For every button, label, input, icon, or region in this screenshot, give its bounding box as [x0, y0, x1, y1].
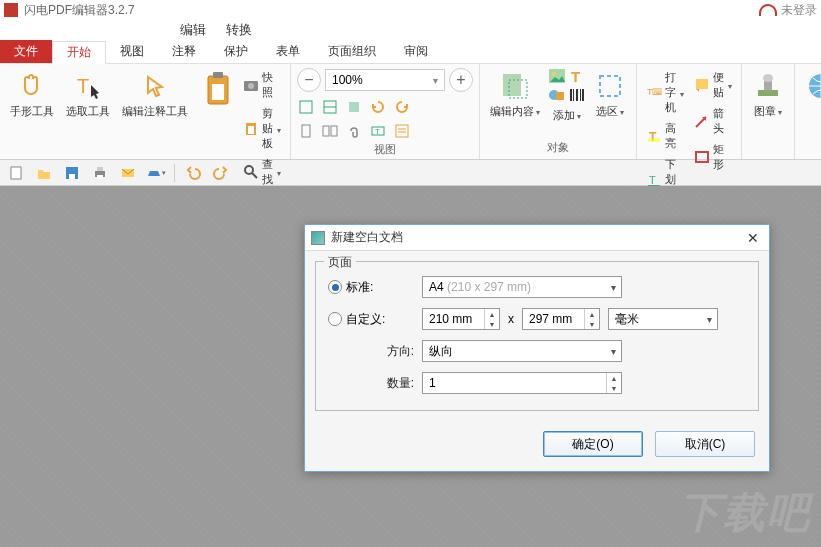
- redo-button[interactable]: [211, 163, 231, 183]
- select-tool-button[interactable]: T 选取工具: [62, 68, 114, 121]
- actual-size-icon[interactable]: [345, 98, 363, 116]
- rect-label: 矩形: [713, 142, 732, 172]
- rect-button[interactable]: 矩形: [691, 140, 735, 174]
- svg-rect-16: [331, 126, 337, 136]
- print-button[interactable]: [90, 163, 110, 183]
- highlight-button[interactable]: T 高亮: [643, 119, 687, 153]
- add-label: 添加: [553, 108, 581, 123]
- radio-standard-input[interactable]: [328, 280, 342, 294]
- tab-start[interactable]: 开始: [52, 41, 106, 64]
- select-area-label: 选区: [596, 104, 624, 119]
- two-page-icon[interactable]: [321, 122, 339, 140]
- radio-custom[interactable]: 自定义:: [328, 311, 414, 328]
- highlight-icon: T: [646, 128, 662, 144]
- fit-width-icon[interactable]: [321, 98, 339, 116]
- typewriter-button[interactable]: T⌨ 打字机: [643, 68, 687, 117]
- arrow-button[interactable]: 箭头: [691, 104, 735, 138]
- scan-button[interactable]: ▾: [146, 163, 166, 183]
- radio-standard[interactable]: 标准:: [328, 279, 414, 296]
- dialog-title: 新建空白文档: [331, 229, 403, 246]
- svg-rect-10: [300, 101, 312, 113]
- svg-rect-19: [396, 125, 408, 137]
- edit-content-button[interactable]: 编辑内容: [486, 68, 544, 121]
- cancel-button[interactable]: 取消(C): [655, 431, 755, 457]
- user-icon: [759, 4, 777, 16]
- svg-rect-22: [503, 74, 521, 96]
- find-button[interactable]: 查找: [240, 155, 284, 189]
- height-spinner[interactable]: 297 mm ▲▼: [522, 308, 600, 330]
- unit-combo[interactable]: 毫米: [608, 308, 718, 330]
- globe-button[interactable]: [801, 68, 821, 104]
- rotate-right-icon[interactable]: [393, 98, 411, 116]
- add-text-icon[interactable]: T: [568, 68, 586, 86]
- sticky-icon: [694, 77, 710, 93]
- undo-button[interactable]: [183, 163, 203, 183]
- edit-annot-tool-button[interactable]: 编辑注释工具: [118, 68, 192, 121]
- text-field-icon[interactable]: T: [369, 122, 387, 140]
- add-barcode-icon[interactable]: [568, 86, 586, 104]
- login-status[interactable]: 未登录: [759, 2, 817, 19]
- paper-size-combo[interactable]: A4 (210 x 297 mm): [422, 276, 622, 298]
- menu-convert[interactable]: 转换: [226, 21, 252, 39]
- app-icon: [4, 3, 18, 17]
- width-spinner[interactable]: 210 mm ▲▼: [422, 308, 500, 330]
- radio-custom-input[interactable]: [328, 312, 342, 326]
- group-view: − 100% + T 视图: [291, 64, 480, 159]
- hand-tool-button[interactable]: 手形工具: [6, 68, 58, 121]
- highlight-label: 高亮: [665, 121, 684, 151]
- stamp-icon: [752, 70, 784, 102]
- height-up[interactable]: ▲: [585, 309, 599, 319]
- qty-up[interactable]: ▲: [607, 373, 621, 383]
- new-button[interactable]: [6, 163, 26, 183]
- select-area-button[interactable]: 选区: [590, 68, 630, 121]
- svg-rect-13: [349, 102, 359, 112]
- arrow-icon: [694, 113, 710, 129]
- fit-page-icon[interactable]: [297, 98, 315, 116]
- tab-protect[interactable]: 保护: [210, 40, 262, 63]
- view-icons: [297, 98, 417, 116]
- ok-button[interactable]: 确定(O): [543, 431, 643, 457]
- add-image-icon[interactable]: [548, 68, 566, 86]
- tab-view[interactable]: 视图: [106, 40, 158, 63]
- quantity-spinner[interactable]: 1 ▲▼: [422, 372, 622, 394]
- clipboard-dropdown[interactable]: 剪贴板: [240, 104, 284, 153]
- add-shape-icon[interactable]: [548, 86, 566, 104]
- open-button[interactable]: [34, 163, 54, 183]
- dialog-close-button[interactable]: ✕: [743, 228, 763, 248]
- paste-button[interactable]: [200, 68, 236, 112]
- zoom-in-button[interactable]: +: [449, 68, 473, 92]
- form-icon[interactable]: [393, 122, 411, 140]
- zoom-combo[interactable]: 100%: [325, 69, 445, 91]
- rotate-left-icon[interactable]: [369, 98, 387, 116]
- add-dropdown[interactable]: 添加: [548, 104, 586, 125]
- zoom-out-button[interactable]: −: [297, 68, 321, 92]
- qty-down[interactable]: ▼: [607, 383, 621, 393]
- stamp-group-label: [748, 153, 788, 155]
- snapshot-button[interactable]: 快照: [240, 68, 284, 102]
- svg-rect-34: [600, 76, 620, 96]
- email-button[interactable]: [118, 163, 138, 183]
- stamp-button[interactable]: 图章: [748, 68, 788, 121]
- search-icon: [243, 164, 259, 180]
- single-page-icon[interactable]: [297, 122, 315, 140]
- dialog-titlebar[interactable]: 新建空白文档 ✕: [305, 225, 769, 251]
- height-down[interactable]: ▼: [585, 319, 599, 329]
- orientation-label: 方向:: [328, 343, 414, 360]
- svg-text:T: T: [649, 174, 656, 186]
- tab-form[interactable]: 表单: [262, 40, 314, 63]
- menu-edit[interactable]: 编辑: [180, 21, 206, 39]
- tab-page-org[interactable]: 页面组织: [314, 40, 390, 63]
- save-button[interactable]: [62, 163, 82, 183]
- svg-rect-40: [696, 79, 708, 89]
- tab-comment[interactable]: 注释: [158, 40, 210, 63]
- attach-icon[interactable]: [345, 122, 363, 140]
- tab-review[interactable]: 审阅: [390, 40, 442, 63]
- quantity-label: 数量:: [328, 375, 414, 392]
- sticky-button[interactable]: 便贴: [691, 68, 735, 102]
- find-label: 查找: [262, 157, 273, 187]
- tab-file[interactable]: 文件: [0, 40, 52, 63]
- width-up[interactable]: ▲: [485, 309, 499, 319]
- camera-icon: [243, 77, 259, 93]
- width-down[interactable]: ▼: [485, 319, 499, 329]
- orientation-combo[interactable]: 纵向: [422, 340, 622, 362]
